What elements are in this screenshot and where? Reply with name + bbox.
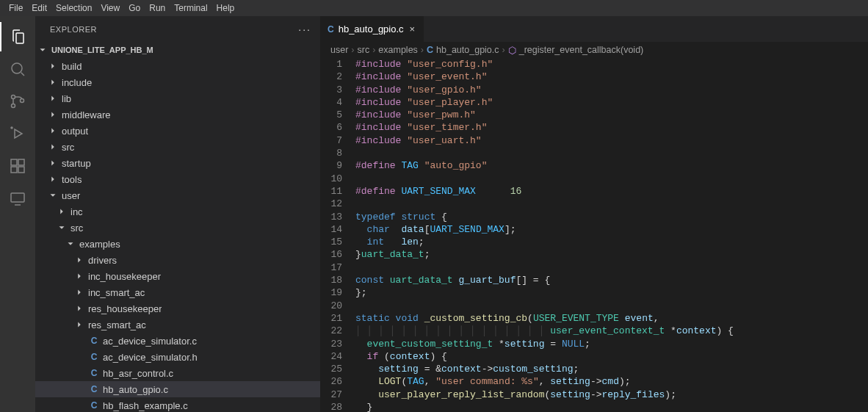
c-file-icon: C [328,24,334,35]
activity-bar [0,16,35,412]
menu-help[interactable]: Help [212,3,239,13]
menu-edit[interactable]: Edit [27,3,51,13]
blank-icon [73,383,85,395]
file-item[interactable]: Chb_flash_example.c [35,397,320,412]
blank-icon [73,335,85,347]
menu-file[interactable]: File [4,3,27,13]
item-label: startup [62,158,91,169]
blank-icon [73,367,85,379]
activity-source-control[interactable] [0,87,35,116]
folder-item[interactable]: startup [35,155,320,171]
item-label: src [70,223,83,234]
folder-item[interactable]: inc_housekeeper [35,268,320,284]
editor: C hb_auto_gpio.c × user›src›examples›C h… [320,16,868,412]
activity-debug[interactable] [0,119,35,148]
item-label: res_housekeeper [88,303,162,314]
folder-item[interactable]: src [35,139,320,155]
file-tree: UNIONE_LITE_APP_HB_Mbuildincludelibmiddl… [35,42,320,412]
activity-remote[interactable] [0,184,35,213]
folder-item[interactable]: include [35,74,320,90]
chevron-right-icon [47,173,59,185]
file-item[interactable]: Chb_asr_control.c [35,365,320,381]
breadcrumb[interactable]: user›src›examples›C hb_auto_gpio.c›⬡ _re… [320,42,868,58]
file-item[interactable]: Chb_auto_gpio.c [35,381,320,397]
menu-selection[interactable]: Selection [51,3,96,13]
chevron-down-icon [65,238,76,250]
svg-rect-6 [11,167,17,173]
item-label: src [62,142,74,153]
crumb-seg[interactable]: src [358,45,370,55]
menu-terminal[interactable]: Terminal [170,3,211,13]
chevron-right-icon [47,76,59,88]
menu-view[interactable]: View [96,3,124,13]
chevron-down-icon [37,44,48,56]
svg-rect-9 [11,193,24,202]
folder-item[interactable]: res_housekeeper [35,300,320,317]
chevron-right-icon: › [351,45,354,55]
svg-rect-5 [11,159,17,165]
item-label: output [62,126,88,137]
chevron-right-icon [73,254,85,266]
item-label: examples [79,239,120,250]
tab-hb-auto-gpio[interactable]: C hb_auto_gpio.c × [320,16,424,42]
c-file-icon: C [427,45,433,55]
folder-item[interactable]: tools [35,171,320,187]
root-label: UNIONE_LITE_APP_HB_M [51,46,153,54]
item-label: inc [70,206,83,217]
svg-point-1 [12,95,15,99]
chevron-right-icon [47,93,59,104]
folder-item[interactable]: src [35,220,320,236]
chevron-right-icon [56,206,68,217]
folder-item[interactable]: user [35,187,320,203]
item-label: build [62,61,82,72]
chevron-down-icon [56,222,68,234]
sidebar: EXPLORER ··· UNIONE_LITE_APP_HB_Mbuildin… [35,16,320,412]
folder-item[interactable]: inc_smart_ac [35,284,320,300]
item-label: ac_device_simulator.h [103,352,198,363]
crumb-seg[interactable]: user [330,45,348,55]
menu-run[interactable]: Run [145,3,170,13]
folder-item[interactable]: examples [35,236,320,252]
sidebar-more-icon[interactable]: ··· [298,24,311,35]
file-item[interactable]: Cac_device_simulator.c [35,333,320,349]
code-editor[interactable]: 1234567891011121314151617181920212223242… [320,58,868,412]
folder-item[interactable]: build [35,58,320,74]
folder-item[interactable]: drivers [35,252,320,268]
c-file-icon: C [88,335,100,347]
folder-item[interactable]: res_smart_ac [35,317,320,333]
svg-rect-8 [18,159,24,165]
folder-item[interactable]: lib [35,90,320,106]
code-text[interactable]: #include "user_config.h"#include "user_e… [355,58,868,412]
chevron-right-icon [47,157,59,169]
svg-point-2 [12,104,15,108]
item-label: hb_auto_gpio.c [103,384,168,395]
crumb-seg[interactable]: examples [378,45,418,55]
chevron-right-icon [73,319,85,330]
c-file-icon: C [88,351,100,363]
crumb-seg[interactable]: _register_event_callback(void) [519,45,644,55]
crumb-seg[interactable]: hb_auto_gpio.c [436,45,499,55]
c-file-icon: C [88,367,100,379]
folder-item[interactable]: middleware [35,106,320,123]
chevron-right-icon [47,125,59,137]
file-item[interactable]: Cac_device_simulator.h [35,349,320,365]
menu-go[interactable]: Go [124,3,145,13]
blank-icon [73,400,85,411]
folder-item[interactable]: inc [35,203,320,220]
activity-explorer[interactable] [0,22,35,51]
chevron-right-icon [73,270,85,282]
menubar: FileEditSelectionViewGoRunTerminalHelp [0,0,868,16]
tree-root[interactable]: UNIONE_LITE_APP_HB_M [35,42,320,58]
item-label: user [62,190,80,201]
activity-search[interactable] [0,54,35,84]
item-label: drivers [88,255,117,266]
c-file-icon: C [88,400,100,411]
folder-item[interactable]: output [35,123,320,139]
activity-extensions[interactable] [0,151,35,181]
chevron-down-icon [47,189,59,201]
item-label: lib [62,93,71,104]
svg-point-0 [12,63,22,73]
close-icon[interactable]: × [408,24,417,35]
tab-bar: C hb_auto_gpio.c × [320,16,868,42]
item-label: inc_housekeeper [88,271,161,282]
